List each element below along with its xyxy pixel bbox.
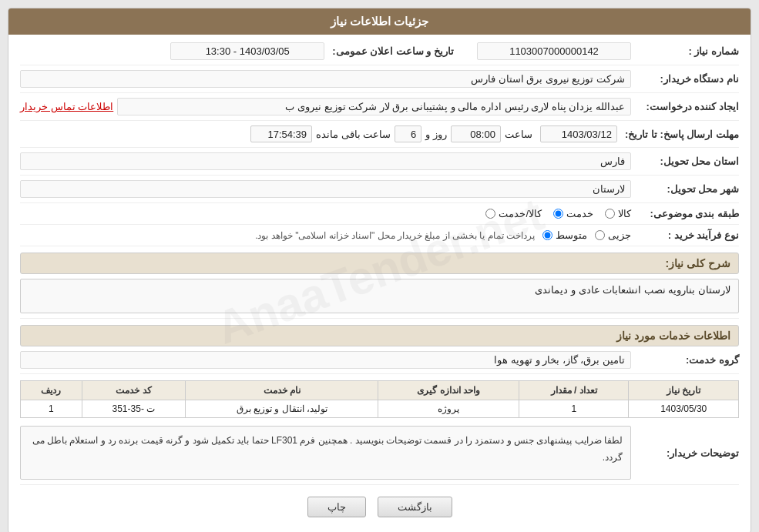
nooe-motevaset-option[interactable]: متوسط <box>542 229 587 241</box>
ijad-label: ایجاد کننده درخواست: <box>631 101 739 112</box>
khadamat-section-header: اطلاعات خدمات مورد نیاز <box>20 325 739 346</box>
nooe-label: نوع فرآیند خرید : <box>631 229 739 241</box>
table-header-row: تاریخ نیاز تعداد / مقدار واحد اندازه گیر… <box>21 381 739 400</box>
tabaqe-options: کالا خدمت کالا/خدمت <box>485 208 631 219</box>
tabaqe-kala-khadamat-option[interactable]: کالا/خدمت <box>485 208 542 219</box>
nooe-jazii-label: جزیی <box>608 229 631 241</box>
mohlet-mande: 17:54:39 <box>250 125 312 142</box>
sharh-section-header: شرح کلی نیاز: <box>20 253 739 274</box>
mohlet-saat: 08:00 <box>451 125 501 142</box>
table-cell: ت -35-351 <box>82 400 186 418</box>
tabaqe-row: طبقه بندی موضوعی: کالا خدمت کالا/خدمت <box>20 208 739 225</box>
ostan-label: استان محل تحویل: <box>631 156 739 167</box>
gorooh-label: گروه خدمت: <box>631 354 739 366</box>
nooe-options: جزیی متوسط <box>542 229 631 241</box>
shomara-label: شماره نیاز : <box>631 45 739 57</box>
print-button[interactable]: چاپ <box>307 497 366 517</box>
sharh-value: لارستان بنارویه نصب انشعابات عادی و دیما… <box>20 279 739 313</box>
tabaqe-kala-khadamat-radio[interactable] <box>485 209 495 219</box>
col-kod: کد خدمت <box>82 381 186 400</box>
ostan-value: فارس <box>20 152 631 170</box>
tabaqe-kala-option[interactable]: کالا <box>605 208 631 219</box>
nooe-notice: پرداخت تمام یا بخشی از مبلغ خریدار محل "… <box>255 230 535 241</box>
tabaqe-khadamat-radio[interactable] <box>553 209 563 219</box>
tabaqe-kala-radio[interactable] <box>605 209 615 219</box>
tarikh-elan-label: تاریخ و ساعت اعلان عمومی: <box>324 45 454 57</box>
col-vahed: واحد اندازه گیری <box>378 381 519 400</box>
tabaqe-khadamat-option[interactable]: خدمت <box>553 208 593 219</box>
nooe-motevaset-radio[interactable] <box>542 230 552 240</box>
shahr-label: شهر محل تحویل: <box>631 183 739 195</box>
services-section: تاریخ نیاز تعداد / مقدار واحد اندازه گیر… <box>20 380 739 418</box>
sharh-row: لارستان بنارویه نصب انشعابات عادی و دیما… <box>20 279 739 319</box>
nam-dastgah-label: نام دستگاه خریدار: <box>631 73 739 85</box>
table-row: 1403/05/301پروژهتولید، انتقال و توزیع بر… <box>21 400 739 418</box>
col-tedad: تعداد / مقدار <box>519 381 629 400</box>
page-title: جزئیات اطلاعات نیاز <box>8 8 751 35</box>
nam-dastgah-value: شرکت توزیع نیروی برق استان فارس <box>20 70 631 88</box>
tosihat-label: توضیحات خریدار: <box>631 447 739 459</box>
nooe-motevaset-label: متوسط <box>556 229 587 241</box>
tabaqe-label: طبقه بندی موضوعی: <box>631 208 739 219</box>
ijad-row: ایجاد کننده درخواست: عبدالله یزدان پناه … <box>20 98 739 121</box>
gorooh-row: گروه خدمت: تامین برق، گاز، بخار و تهویه … <box>20 351 739 374</box>
shomara-value: 1103007000000142 <box>477 42 631 60</box>
col-nam: نام خدمت <box>186 381 378 400</box>
table-cell: 1403/05/30 <box>629 400 739 418</box>
ejad-link[interactable]: اطلاعات تماس خریدار <box>20 101 113 112</box>
shahr-value: لارستان <box>20 180 631 198</box>
mohlet-mande-label: ساعت باقی مانده <box>316 129 391 140</box>
gorooh-value: تامین برق، گاز، بخار و تهویه هوا <box>20 351 631 369</box>
table-cell: 1 <box>519 400 629 418</box>
table-cell: 1 <box>21 400 82 418</box>
mohlet-label: مهلت ارسال پاسخ: تا تاریخ: <box>617 129 739 140</box>
col-tarikh: تاریخ نیاز <box>629 381 739 400</box>
tosihat-row: توضیحات خریدار: لطفا ضرایب پیشنهادی جنس … <box>20 426 739 485</box>
table-cell: پروژه <box>378 400 519 418</box>
col-radif: ردیف <box>21 381 82 400</box>
services-table: تاریخ نیاز تعداد / مقدار واحد اندازه گیر… <box>20 380 739 418</box>
mohlet-row: مهلت ارسال پاسخ: تا تاریخ: 1403/03/12 سا… <box>20 125 739 148</box>
tarikh-elan-value: 1403/03/05 - 13:30 <box>170 42 324 60</box>
tabaqe-kala-label: کالا <box>618 208 631 219</box>
tosihat-value: لطفا ضرایب پیشنهادی جنس و دستمزد را در ق… <box>20 426 631 480</box>
nooe-jazii-option[interactable]: جزیی <box>595 229 631 241</box>
buttons-row: بازگشت چاپ <box>20 497 739 525</box>
mohlet-rooz-label: روز و <box>425 129 447 140</box>
tabaqe-kala-khadamat-label: کالا/خدمت <box>499 208 542 219</box>
mohlet-date: 1403/03/12 <box>540 125 617 142</box>
nam-dastgah-row: نام دستگاه خریدار: شرکت توزیع نیروی برق … <box>20 70 739 93</box>
shomara-announce-row: شماره نیاز : 1103007000000142 تاریخ و سا… <box>20 42 739 65</box>
ostan-row: استان محل تحویل: فارس <box>20 152 739 176</box>
shahr-row: شهر محل تحویل: لارستان <box>20 180 739 203</box>
nooe-row: نوع فرآیند خرید : جزیی متوسط پرداخت تمام… <box>20 229 739 246</box>
main-card: AnaaTender.net جزئیات اطلاعات نیاز شماره… <box>8 8 751 532</box>
mohlet-saat-label: ساعت <box>505 129 532 140</box>
table-cell: تولید، انتقال و توزیع برق <box>186 400 378 418</box>
ijad-value: عبدالله یزدان پناه لاری رئیس اداره مالی … <box>117 98 631 115</box>
tabaqe-khadamat-label: خدمت <box>566 208 593 219</box>
back-button[interactable]: بازگشت <box>378 497 452 517</box>
mohlet-rooz: 6 <box>395 125 421 142</box>
nooe-jazii-radio[interactable] <box>595 230 605 240</box>
